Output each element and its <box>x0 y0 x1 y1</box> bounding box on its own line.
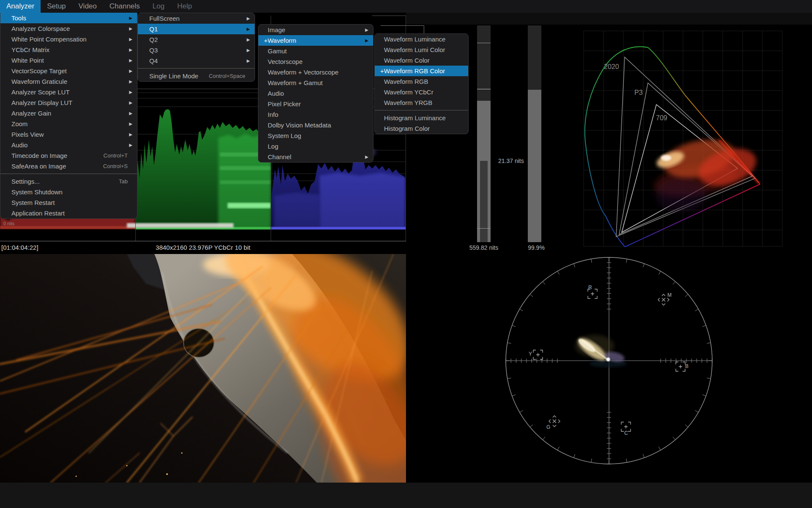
vectorscope-trace <box>575 334 627 367</box>
menu-item[interactable]: Analyzer Colorspace ▶ <box>0 23 137 34</box>
menu-separator <box>375 108 468 113</box>
submenu-arrow-icon: ▶ <box>129 140 132 150</box>
menu-item[interactable]: SafeArea on Image Control+S <box>0 161 137 171</box>
analyzer-menu: Tools ▶ Analyzer Colorspace ▶ White Poin… <box>0 13 137 219</box>
cie-gamut-scope <box>579 28 787 250</box>
menu-item-label: System Log <box>268 132 301 139</box>
menu-item-label: Zoom <box>11 120 27 127</box>
menu-item-label: Histogram Color <box>384 125 430 132</box>
menu-item[interactable]: Vectorscope <box>258 56 373 67</box>
cie-gamut-2020-label: 2020 <box>604 63 619 71</box>
cie-gamut-p3-label: P3 <box>634 89 643 97</box>
menu-item[interactable]: White Point ▶ <box>0 55 137 66</box>
menu-item[interactable]: Gamut <box>258 46 373 56</box>
vectorscope-target-r-label: R <box>588 284 592 290</box>
menu-item[interactable]: Waveform Luminance <box>375 34 468 44</box>
menu-item-label: Analyzer Scope LUT <box>11 88 70 96</box>
menu-bar-item[interactable]: Analyzer <box>0 0 41 13</box>
submenu-arrow-icon: ▶ <box>365 35 368 46</box>
menu-item[interactable]: White Point Compensation ▶ <box>0 34 137 44</box>
menu-bar-item[interactable]: Setup <box>41 0 72 13</box>
menu-bar-item[interactable]: Log <box>146 0 171 13</box>
menu-item[interactable]: Pixel Picker <box>258 99 373 109</box>
menu-item[interactable]: +Waveform RGB Color <box>375 66 468 76</box>
submenu-arrow-icon: ▶ <box>129 66 132 76</box>
menu-item[interactable]: Dolby Vision Metadata <box>258 120 373 130</box>
menu-item[interactable]: Tools ▶ <box>0 13 137 23</box>
menu-item[interactable]: Single Line Mode Control+Space <box>138 71 255 81</box>
submenu-arrow-icon: ▶ <box>129 108 132 119</box>
menu-item-label: Vectorscope <box>268 58 303 65</box>
menu-item[interactable]: FullScreen ▶ <box>138 13 255 24</box>
menu-item-label: Tools <box>11 14 26 22</box>
menu-item-label: White Point <box>11 57 44 64</box>
menu-item-label: Audio <box>268 90 284 97</box>
menu-bar-item[interactable]: Channels <box>103 0 146 13</box>
menu-item[interactable]: Waveform + Vectorscope <box>258 67 373 77</box>
menu-item[interactable]: Waveform YRGB <box>375 97 468 108</box>
menu-item[interactable]: Pixels View ▶ <box>0 129 137 140</box>
menu-item[interactable]: YCbCr Matrix ▶ <box>0 44 137 55</box>
menu-item[interactable]: System Shutdown <box>0 187 137 197</box>
menu-bar-item-label: Video <box>79 2 97 10</box>
menu-item[interactable]: Analyzer Scope LUT ▶ <box>0 87 137 97</box>
menu-item-label: Q2 <box>149 36 158 43</box>
menu-item[interactable]: Image ▶ <box>258 25 373 35</box>
menu-item-label: VectorScope Target <box>11 67 67 75</box>
vectorscope-target-b-label: B <box>685 363 689 369</box>
cie-pixel-scatter <box>651 134 760 212</box>
vectorscope <box>486 243 739 480</box>
menu-item[interactable]: Q2 ▶ <box>138 34 255 45</box>
submenu-arrow-icon: ▶ <box>247 24 250 34</box>
menu-item[interactable]: Waveform Color <box>375 55 468 66</box>
submenu-arrow-icon: ▶ <box>129 97 132 108</box>
bottom-strip <box>0 483 812 508</box>
menu-item[interactable]: Q3 ▶ <box>138 45 255 55</box>
menu-bar-item[interactable]: Video <box>72 0 103 13</box>
menu-item-label: Application Restart <box>11 210 65 217</box>
video-image <box>0 254 406 483</box>
menu-item[interactable]: Q1 ▶ <box>138 24 255 34</box>
percent-meter <box>528 25 541 242</box>
menu-item[interactable]: VectorScope Target ▶ <box>0 66 137 76</box>
vectorscope-target-y-label: Y <box>529 351 532 357</box>
menu-item[interactable]: Waveform + Gamut <box>258 77 373 88</box>
menu-item[interactable]: Settings... Tab <box>0 176 137 187</box>
menu-item-label: Waveform YCbCr <box>384 88 433 96</box>
menu-item[interactable]: Waveform Graticule ▶ <box>0 76 137 87</box>
menu-item[interactable]: Analyzer Display LUT ▶ <box>0 97 137 108</box>
menu-item[interactable]: Histogram Color <box>375 123 468 134</box>
menu-item[interactable]: Histogram Luminance <box>375 113 468 123</box>
menu-item[interactable]: Analyzer Gain ▶ <box>0 108 137 119</box>
menu-bar: Analyzer Setup Video Channels Log Help <box>0 0 812 13</box>
menu-item[interactable]: Waveform YCbCr <box>375 87 468 97</box>
menu-item[interactable]: Log <box>258 141 373 152</box>
menu-item-shortcut: Control+T <box>104 150 128 161</box>
analyzer-app: { "menubar": { "items": [ {"label": "Ana… <box>0 0 812 508</box>
menu-item[interactable]: System Restart <box>0 197 137 208</box>
menu-item-label: FullScreen <box>149 15 180 22</box>
submenu-arrow-icon: ▶ <box>129 76 132 87</box>
vectorscope-target-m-label: M <box>667 292 672 298</box>
menu-item[interactable]: Timecode on Image Control+T <box>0 150 137 161</box>
cie-gamut-709-label: 709 <box>656 114 667 122</box>
menu-item-label: Pixels View <box>11 131 44 138</box>
menu-bar-item-label: Channels <box>110 2 140 10</box>
menu-item-label: Waveform RGB <box>384 78 428 85</box>
menu-item[interactable]: System Log <box>258 130 373 141</box>
menu-item[interactable]: +Waveform ▶ <box>258 35 373 46</box>
video-format-readout: 3840x2160 23.976P YCbCr 10 bit <box>0 244 406 251</box>
menu-item[interactable]: Waveform RGB <box>375 76 468 87</box>
submenu-arrow-icon: ▶ <box>129 87 132 97</box>
menu-item[interactable]: Audio ▶ <box>0 140 137 150</box>
menu-item[interactable]: Info <box>258 109 373 120</box>
menu-bar-item[interactable]: Help <box>171 0 198 13</box>
menu-item[interactable]: Channel ▶ <box>258 152 373 162</box>
menu-item[interactable]: Waveform Lumi Color <box>375 44 468 55</box>
menu-item-label: Info <box>268 111 278 118</box>
menu-item[interactable]: Zoom ▶ <box>0 119 137 129</box>
menu-item-label: Waveform Luminance <box>384 36 445 43</box>
menu-item[interactable]: Application Restart <box>0 208 137 218</box>
menu-item[interactable]: Audio <box>258 88 373 99</box>
menu-item[interactable]: Q4 ▶ <box>138 55 255 66</box>
